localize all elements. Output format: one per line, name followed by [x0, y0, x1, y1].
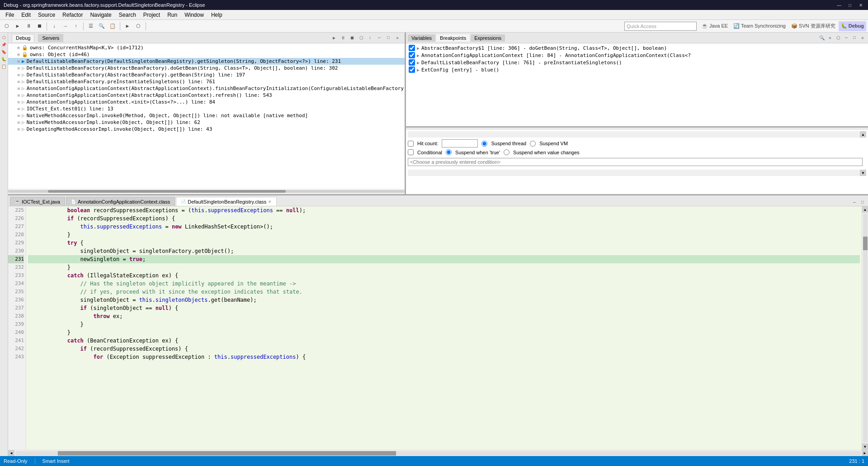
- suspend-value-radio[interactable]: [504, 149, 509, 155]
- menu-source[interactable]: Source: [34, 11, 59, 19]
- bp-row-2[interactable]: ▶ AnnotationConfigApplicationContext [li…: [406, 52, 868, 59]
- bp-row-4[interactable]: ▶ ExtConfig [entry] - blue(): [406, 66, 868, 73]
- toolbar-btn-7[interactable]: 📋: [108, 21, 118, 31]
- toolbar-btn-8[interactable]: ▶: [123, 21, 132, 31]
- tree-item-native0[interactable]: ≡ ▷ NativeMethodAccessorImpl.invoke0(Met…: [8, 112, 405, 119]
- code-vscrollbar[interactable]: ▲ ▼: [862, 206, 868, 450]
- tree-item-test01[interactable]: ≡ ▷ IOCTest_Ext.test01() line: 13: [8, 105, 405, 112]
- variables-tab[interactable]: Variables: [408, 34, 435, 42]
- hscroll-left-btn[interactable]: ◀: [8, 450, 14, 456]
- sidebar-icon-4[interactable]: 🐛: [1, 56, 7, 62]
- code-content[interactable]: boolean recordSuppressedExceptions = (th…: [26, 206, 862, 450]
- tab-annotationconfig[interactable]: 📄 AnnotationConfigApplicationContext.cla…: [66, 197, 175, 206]
- sidebar-icon-5[interactable]: 📋: [1, 63, 7, 70]
- menu-edit[interactable]: Edit: [18, 11, 34, 19]
- maximize-button[interactable]: □: [846, 1, 854, 9]
- var-panel-minimize[interactable]: —: [843, 34, 850, 42]
- suspend-thread-radio[interactable]: [481, 141, 487, 147]
- breakpoints-tab[interactable]: Breakpoints: [436, 34, 470, 42]
- tab-defaultsingleton[interactable]: 📄 DefaultSingletonBeanRegistry.class ✕: [176, 197, 277, 206]
- tree-item-dogetbean[interactable]: ≡ ▷ DefaultListableBeanFactory(AbstractB…: [8, 65, 405, 71]
- toolbar-btn-1[interactable]: ⬡: [2, 21, 12, 31]
- tree-item-getbean[interactable]: ≡ ▷ DefaultListableBeanFactory(AbstractB…: [8, 71, 405, 78]
- panel-icon-step-into[interactable]: ↓: [367, 34, 374, 42]
- step-over-button[interactable]: →: [60, 21, 70, 31]
- menu-help[interactable]: Help: [208, 11, 226, 19]
- suspend-true-radio[interactable]: [446, 149, 452, 155]
- minimize-button[interactable]: —: [835, 1, 843, 9]
- sidebar-icon-3[interactable]: 🔖: [1, 49, 7, 55]
- tree-item-selected[interactable]: ≡ ▶ DefaultListableBeanFactory(DefaultSi…: [8, 58, 405, 65]
- suspend-vm-label: Suspend VM: [539, 141, 568, 146]
- hit-count-checkbox[interactable]: [408, 141, 414, 147]
- svn-btn[interactable]: 📦 SVN 资源库研究: [789, 21, 838, 31]
- editor-minimize-btn[interactable]: —: [851, 199, 858, 206]
- menu-project[interactable]: Project: [140, 11, 164, 19]
- tab-ioctest[interactable]: ☕ IOCTest_Ext.java: [10, 197, 65, 206]
- hscroll-thumb[interactable]: [58, 451, 396, 456]
- tab-defaultsingleton-close[interactable]: ✕: [268, 200, 272, 204]
- sidebar-icon-2[interactable]: 📌: [1, 42, 7, 48]
- panel-icon-terminate[interactable]: ⏹: [349, 34, 356, 42]
- panel-icon-minimize[interactable]: —: [376, 34, 383, 42]
- menu-navigate[interactable]: Navigate: [86, 11, 115, 19]
- menu-window[interactable]: Window: [181, 11, 208, 19]
- java-ee-btn[interactable]: ☕ Java EE: [699, 21, 730, 31]
- toolbar-btn-6[interactable]: 🔍: [97, 21, 107, 31]
- toolbar-btn-4[interactable]: ⏹: [34, 21, 44, 31]
- toolbar-btn-3[interactable]: ⏸: [24, 21, 33, 31]
- toolbar-btn-9[interactable]: ⬡: [133, 21, 143, 31]
- sidebar-icon-1[interactable]: ⬡: [1, 34, 7, 41]
- tree-item-init[interactable]: ≡ ▷ AnnotationConfigApplicationContext.<…: [8, 99, 405, 105]
- tree-item-owns1[interactable]: ⊕ 🔒 owns: ConcurrentHashMap<K,V> (id=171…: [8, 44, 405, 51]
- var-panel-icon-1[interactable]: 🔍: [818, 34, 826, 42]
- bp-checkbox-4[interactable]: [409, 67, 415, 73]
- step-return-button[interactable]: ↑: [71, 21, 81, 31]
- hscroll-right-btn[interactable]: ▶: [862, 450, 868, 456]
- tree-item-owns2[interactable]: ⊕ 🔒 owns: Object (id=46): [8, 51, 405, 58]
- bp-checkbox-1[interactable]: [409, 45, 415, 51]
- code-hscrollbar[interactable]: ◀ ▶: [8, 450, 868, 456]
- tree-item-finishbf[interactable]: ≡ ▷ AnnotationConfigApplicationContext(A…: [8, 85, 405, 92]
- vscroll-up-btn[interactable]: ▲: [862, 206, 868, 213]
- bp-row-1[interactable]: ▶ AbstractBeanFactory$1 [line: 306] - do…: [406, 44, 868, 52]
- panel-icon-resume[interactable]: ▶: [330, 34, 338, 42]
- panel-icon-maximize[interactable]: □: [385, 34, 392, 42]
- menu-search[interactable]: Search: [115, 11, 140, 19]
- bp-checkbox-3[interactable]: [409, 59, 415, 66]
- tree-item-native[interactable]: ≡ ▷ NativeMethodAccessorImpl.invoke(Obje…: [8, 119, 405, 126]
- tree-item-delegating[interactable]: ≡ ▷ DelegatingMethodAccessorImpl.invoke(…: [8, 126, 405, 133]
- panel-icon-disconnect[interactable]: ⬡: [358, 34, 365, 42]
- tree-item-refresh[interactable]: ≡ ▷ AnnotationConfigApplicationContext(A…: [8, 92, 405, 99]
- editor-maximize-btn[interactable]: □: [859, 199, 866, 206]
- menu-file[interactable]: File: [2, 11, 18, 19]
- servers-tab[interactable]: Servers: [38, 34, 63, 42]
- var-panel-icon-2[interactable]: ✕: [826, 34, 834, 42]
- toolbar-btn-5[interactable]: ☰: [86, 21, 96, 31]
- condition-input[interactable]: [408, 158, 863, 166]
- close-button[interactable]: ✕: [857, 1, 864, 9]
- suspend-vm-radio[interactable]: [530, 141, 536, 147]
- step-into-button[interactable]: ↓: [49, 21, 59, 31]
- team-sync-btn[interactable]: 🔄 Team Synchronizing: [731, 21, 788, 31]
- conditional-checkbox[interactable]: [408, 149, 414, 155]
- debug-persp-btn[interactable]: 🐛 Debug: [839, 21, 866, 31]
- var-panel-icon-3[interactable]: ⬡: [835, 34, 842, 42]
- menu-run[interactable]: Run: [164, 11, 181, 19]
- panel-icon-close[interactable]: ✕: [394, 34, 401, 42]
- bp-checkbox-2[interactable]: [409, 52, 415, 58]
- quick-access-input[interactable]: Quick Access: [624, 22, 697, 31]
- vscroll-down-btn[interactable]: ▼: [862, 443, 868, 450]
- tree-item-preinstantiate[interactable]: ≡ ▷ DefaultListableBeanFactory.preInstan…: [8, 78, 405, 85]
- panel-icon-suspend[interactable]: ⏸: [340, 34, 347, 42]
- menu-refactor[interactable]: Refactor: [59, 11, 86, 19]
- vscroll-thumb[interactable]: [863, 237, 868, 250]
- var-panel-maximize[interactable]: □: [851, 34, 858, 42]
- debug-tab[interactable]: Debug: [12, 34, 34, 42]
- bp-row-3[interactable]: ▶ DefaultListableBeanFactory [line: 761]…: [406, 59, 868, 66]
- expressions-tab[interactable]: Expressions: [471, 34, 505, 42]
- debug-hscrollbar[interactable]: [8, 189, 405, 194]
- hit-count-input[interactable]: [442, 139, 478, 147]
- var-panel-close[interactable]: ✕: [859, 34, 866, 42]
- toolbar-btn-2[interactable]: ▶: [13, 21, 23, 31]
